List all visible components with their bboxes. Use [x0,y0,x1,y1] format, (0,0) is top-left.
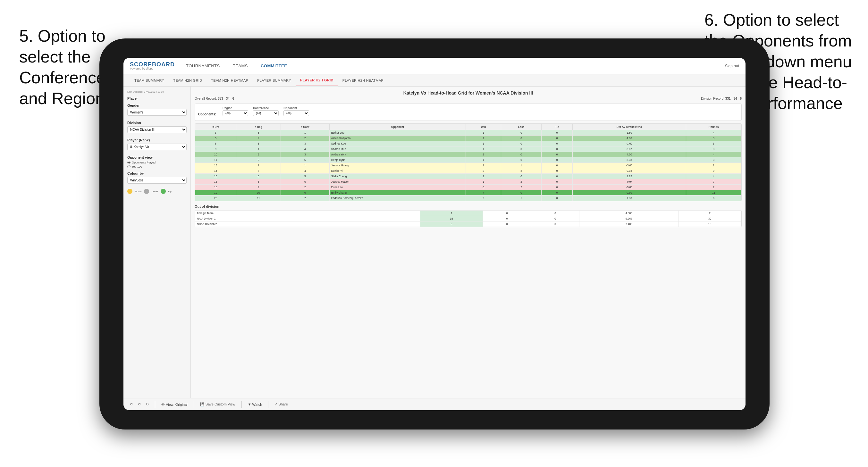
table-cell: 2 [501,185,541,190]
table-cell: -3.00 [572,163,686,168]
table-cell: 1 [466,141,501,147]
opponent-filter-group: Opponent (All) [283,106,309,116]
table-row: 19106Emily Chang4000.3011 [195,190,741,195]
conference-filter-select[interactable]: (All) [253,110,279,116]
out-of-division-body: Foreign Team1004.5002NAIA Division 11500… [195,211,741,227]
table-cell: 3 [281,152,330,157]
table-cell: 4.00 [572,152,686,157]
colour-by-select[interactable]: Win/Loss [127,177,187,184]
th-win: Win [466,124,501,130]
region-filter-select[interactable]: (All) [222,110,248,116]
opponent-filter-select[interactable]: (All) [283,110,309,116]
radio-opponents-played[interactable]: Opponents Played [127,161,187,164]
sub-nav-player-h2h-grid[interactable]: PLAYER H2H GRID [296,74,338,86]
out-of-division-label: Out of division [195,205,742,208]
out-of-division-cell: 0 [531,221,579,227]
conference-filter-label: Conference [253,106,279,110]
color-indicators: Down Level Up [127,189,187,194]
table-cell: 1 [466,130,501,135]
save-custom-btn[interactable]: 💾 Save Custom View [198,402,237,407]
table-cell: 0 [501,174,541,179]
out-of-division-cell: 0 [531,211,579,216]
table-row: 522Alexis Sudjianto1004.003 [195,135,741,141]
opponents-label: Opponents: [198,113,216,116]
table-cell: Eunice Yi [329,168,466,174]
out-of-division-cell: 0 [531,216,579,221]
table-cell: 3 [686,141,741,147]
table-cell: 4 [686,130,741,135]
table-cell: 2 [501,168,541,174]
sub-nav-team-h2h-heatmap[interactable]: TEAM H2H HEATMAP [207,74,253,86]
table-cell: 3 [686,157,741,163]
table-cell: 3 [281,141,330,147]
table-cell: 6 [281,179,330,185]
out-of-division-cell: 0 [483,221,531,227]
table-cell: Sharon Mun [329,147,466,152]
nav-tournaments[interactable]: TOURNAMENTS [184,63,222,68]
share-btn[interactable]: ↗ Share [273,402,289,407]
out-of-division-cell: 2 [679,211,741,216]
table-cell: 9 [195,147,236,152]
out-of-division-cell: NAIA Division 1 [195,216,421,221]
opponent-view-radio-group: Opponents Played Top 100 [127,161,187,168]
table-cell: 9 [686,168,741,174]
table-cell: 3 [236,179,281,185]
sub-nav-team-h2h-grid[interactable]: TEAM H2H GRID [169,74,207,86]
watch-btn[interactable]: 👁 Watch [246,402,264,407]
table-cell: 0 [501,130,541,135]
nav-teams[interactable]: TEAMS [231,63,249,68]
opponent-view-label: Opponent view [127,155,187,159]
table-cell: 16 [195,179,236,185]
table-cell: 15 [195,174,236,179]
out-of-division-cell: 10 [679,221,741,227]
sign-out[interactable]: Sign out [725,64,739,68]
table-cell: Esther Lee [329,130,466,135]
table-cell: 0 [541,135,573,141]
table-cell: Stella Cheng [329,174,466,179]
radio-top100[interactable]: Top 100 [127,165,187,168]
table-cell: 6 [686,195,741,201]
table-cell: 2 [281,185,330,190]
table-cell: 3.67 [572,147,686,152]
region-filter-group: Region (All) [222,106,248,116]
logo-area: SCOREBOARD Powered by clippd [130,62,175,70]
table-row: 1585Stella Cheng1001.254 [195,174,741,179]
player-rank-label: Player (Rank) [127,138,187,142]
table-cell: 1.50 [572,130,686,135]
sub-nav-player-h2h-heatmap[interactable]: PLAYER H2H HEATMAP [338,74,388,86]
filter-area: Opponents: Region (All) Conference (All) [195,103,742,121]
table-cell: Euna Lee [329,185,466,190]
th-div: # Div [195,124,236,130]
division-select[interactable]: NCAA Division III [127,126,187,133]
table-cell: 1 [236,163,281,168]
table-cell: 5 [281,174,330,179]
sub-nav-player-summary[interactable]: PLAYER SUMMARY [253,74,296,86]
table-row: 914Sharon Mun1003.673 [195,147,741,152]
table-cell: 0 [501,152,541,157]
table-cell: 1 [466,135,501,141]
table-cell: 0 [541,157,573,163]
table-cell: Emily Chang [329,190,466,195]
toolbar-divider-2 [194,401,194,408]
table-cell: 20 [195,195,236,201]
table-cell: 14 [195,168,236,174]
table-cell: 4 [686,152,741,157]
table-cell: 0 [541,190,573,195]
gender-select[interactable]: Women's [127,109,187,116]
out-of-division-row: Foreign Team1004.5002 [195,211,741,216]
nav-committee[interactable]: COMMITTEE [259,63,289,68]
out-of-division-cell: 0 [483,211,531,216]
table-cell: 0 [501,147,541,152]
gender-label: Gender [127,103,187,107]
table-cell: 0 [541,147,573,152]
table-cell: 0 [541,168,573,174]
table-cell: 2 [686,185,741,190]
sub-nav-team-summary[interactable]: TEAM SUMMARY [130,74,169,86]
last-updated: Last Updated: 27/03/2024 10:34 [127,90,187,93]
table-cell: 2 [236,185,281,190]
player-rank-select[interactable]: 8. Katelyn Vo [127,144,187,150]
out-of-division-cell: NCAA Division 2 [195,221,421,227]
table-cell: 0 [541,163,573,168]
table-cell: 11 [686,190,741,195]
radio-dot-top100 [127,165,130,168]
